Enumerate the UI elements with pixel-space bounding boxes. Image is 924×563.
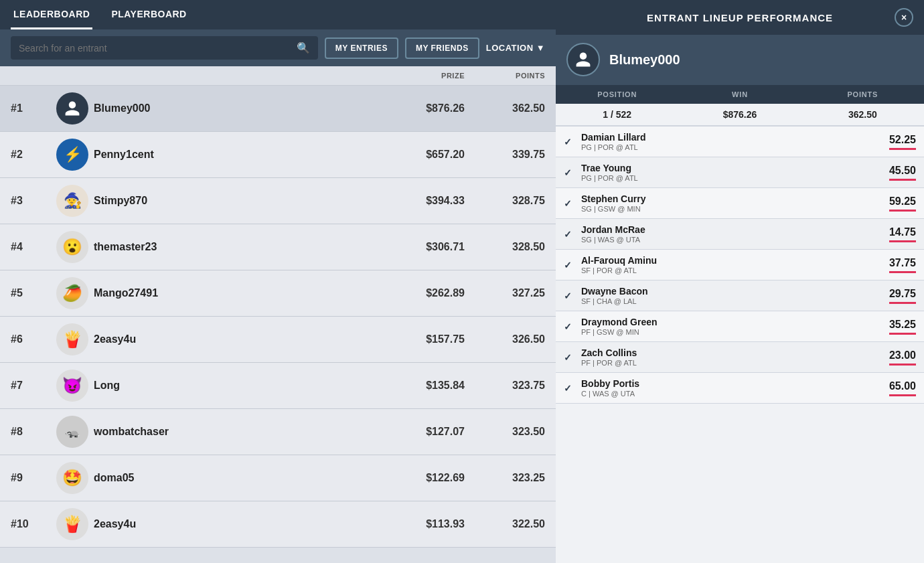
avatar-cell	[51, 92, 94, 125]
table-row[interactable]: #9 🤩 doma05 $122.69 323.25	[0, 455, 556, 501]
avatar-cell: 🍟	[51, 323, 94, 355]
avatar: 🍟	[56, 323, 88, 355]
player-row-pos: SG | GSW @ MIN	[581, 205, 884, 213]
table-row[interactable]: #6 🍟 2easy4u $157.75 326.50	[0, 317, 556, 363]
selected-player-name: Blumey000	[609, 52, 680, 68]
check-icon: ✓	[564, 167, 576, 178]
list-item[interactable]: ✓ Bobby Portis C | WAS @ UTA 65.00	[556, 373, 924, 404]
score-bar	[889, 394, 916, 396]
table-row[interactable]: #1 Blumey000 $876.26 362.50	[0, 86, 556, 132]
points-value: 322.50	[465, 518, 545, 530]
search-input[interactable]	[19, 43, 291, 54]
rank-label: #9	[11, 472, 51, 484]
check-icon: ✓	[564, 321, 576, 332]
player-row-score: 14.75	[889, 226, 916, 242]
table-row[interactable]: #4 😮 themaster23 $306.71 328.50	[0, 224, 556, 270]
table-row[interactable]: #10 🍟 2easy4u $113.93 322.50	[0, 501, 556, 548]
perf-position-value: 1 / 522	[556, 104, 678, 125]
perf-stats-row: 1 / 522 $876.26 362.50	[556, 104, 924, 127]
avatar: 😮	[56, 231, 88, 263]
player-info: Draymond Green PF | GSW @ MIN	[581, 317, 884, 336]
perf-win-header: WIN	[678, 85, 801, 104]
list-item[interactable]: ✓ Al-Farouq Aminu SF | POR @ ATL 37.75	[556, 250, 924, 280]
player-info: Trae Young PG | POR @ ATL	[581, 163, 884, 182]
check-icon: ✓	[564, 198, 576, 209]
player-name-label: 2easy4u	[94, 518, 358, 530]
list-item[interactable]: ✓ Damian Lillard PG | POR @ ATL 52.25	[556, 127, 924, 157]
col-avatar-header	[51, 72, 94, 80]
avatar-cell: 🥭	[51, 277, 94, 309]
player-row-score: 29.75	[889, 288, 916, 304]
points-value: 323.25	[465, 472, 545, 484]
check-icon: ✓	[564, 291, 576, 301]
avatar: 🤩	[56, 462, 88, 494]
list-item[interactable]: ✓ Stephen Curry SG | GSW @ MIN 59.25	[556, 188, 924, 219]
prize-value: $127.07	[358, 426, 465, 438]
player-row-name: Jordan McRae	[581, 224, 884, 235]
score-bar	[889, 271, 916, 273]
player-info: Stephen Curry SG | GSW @ MIN	[581, 193, 884, 213]
player-row-pos: SF | CHA @ LAL	[581, 297, 884, 305]
player-info: Damian Lillard PG | POR @ ATL	[581, 132, 884, 151]
search-icon: 🔍	[297, 42, 310, 54]
check-icon: ✓	[564, 352, 576, 363]
score-bar	[889, 148, 916, 150]
prize-value: $876.26	[358, 102, 465, 114]
perf-win-value: $876.26	[678, 104, 801, 125]
player-row-pos: PG | POR @ ATL	[581, 174, 884, 182]
right-panel: ENTRANT LINEUP PERFORMANCE × Blumey000 P…	[556, 0, 924, 563]
prize-value: $262.89	[358, 287, 465, 299]
tab-leaderboard[interactable]: LEADERBOARD	[11, 1, 92, 29]
my-friends-button[interactable]: MY FRIENDS	[405, 37, 479, 59]
table-row[interactable]: #5 🥭 Mango27491 $262.89 327.25	[0, 270, 556, 317]
player-row-score: 37.75	[889, 257, 916, 273]
prize-value: $113.93	[358, 518, 465, 530]
search-filter-row: 🔍 MY ENTRIES MY FRIENDS LOCATION ▼	[0, 29, 556, 66]
player-info: Zach Collins PF | POR @ ATL	[581, 347, 884, 367]
table-row[interactable]: #2 ⚡ Penny1cent $657.20 339.75	[0, 132, 556, 178]
prize-value: $306.71	[358, 241, 465, 253]
rank-label: #7	[11, 380, 51, 392]
avatar-cell: 😈	[51, 370, 94, 402]
col-name-header	[94, 72, 358, 80]
player-row-pos: PG | POR @ ATL	[581, 143, 884, 151]
table-row[interactable]: #3 🧙 Stimpy870 $394.33 328.75	[0, 178, 556, 224]
avatar: 🍟	[56, 508, 88, 540]
player-name-label: Blumey000	[94, 102, 358, 114]
player-name-label: Stimpy870	[94, 195, 358, 207]
list-item[interactable]: ✓ Jordan McRae SG | WAS @ UTA 14.75	[556, 219, 924, 250]
avatar: ⚡	[56, 139, 88, 171]
points-value: 323.75	[465, 380, 545, 392]
player-row-pos: C | WAS @ UTA	[581, 390, 884, 398]
my-entries-button[interactable]: MY ENTRIES	[325, 37, 398, 59]
list-item[interactable]: ✓ Draymond Green PF | GSW @ MIN 35.25	[556, 311, 924, 342]
players-list: ✓ Damian Lillard PG | POR @ ATL 52.25 ✓ …	[556, 127, 924, 563]
list-item[interactable]: ✓ Dwayne Bacon SF | CHA @ LAL 29.75	[556, 280, 924, 311]
nav-header: LEADERBOARD PLAYERBOARD	[0, 0, 556, 29]
rank-label: #10	[11, 518, 51, 530]
player-name-label: Mango27491	[94, 287, 358, 299]
search-box: 🔍	[11, 36, 318, 60]
player-name-label: Long	[94, 380, 358, 392]
points-value: 327.25	[465, 287, 545, 299]
leaderboard-list: #1 Blumey000 $876.26 362.50 #2 ⚡ Penny1c…	[0, 86, 556, 563]
player-row-name: Dwayne Bacon	[581, 286, 884, 297]
chevron-down-icon: ▼	[536, 43, 545, 53]
perf-points-header: POINTS	[801, 85, 924, 104]
table-row[interactable]: #8 🦡 wombatchaser $127.07 323.50	[0, 409, 556, 455]
check-icon: ✓	[564, 383, 576, 394]
list-item[interactable]: ✓ Zach Collins PF | POR @ ATL 23.00	[556, 342, 924, 373]
check-icon: ✓	[564, 137, 576, 147]
location-button[interactable]: LOCATION ▼	[486, 43, 545, 53]
rank-label: #6	[11, 333, 51, 345]
points-value: 339.75	[465, 149, 545, 161]
avatar-cell: 🧙	[51, 185, 94, 217]
player-name-label: Penny1cent	[94, 149, 358, 161]
rank-label: #2	[11, 149, 51, 161]
close-button[interactable]: ×	[895, 8, 913, 27]
tab-playerboard[interactable]: PLAYERBOARD	[108, 1, 189, 29]
player-row-name: Trae Young	[581, 163, 884, 173]
score-bar	[889, 240, 916, 242]
table-row[interactable]: #7 😈 Long $135.84 323.75	[0, 363, 556, 409]
list-item[interactable]: ✓ Trae Young PG | POR @ ATL 45.50	[556, 157, 924, 188]
